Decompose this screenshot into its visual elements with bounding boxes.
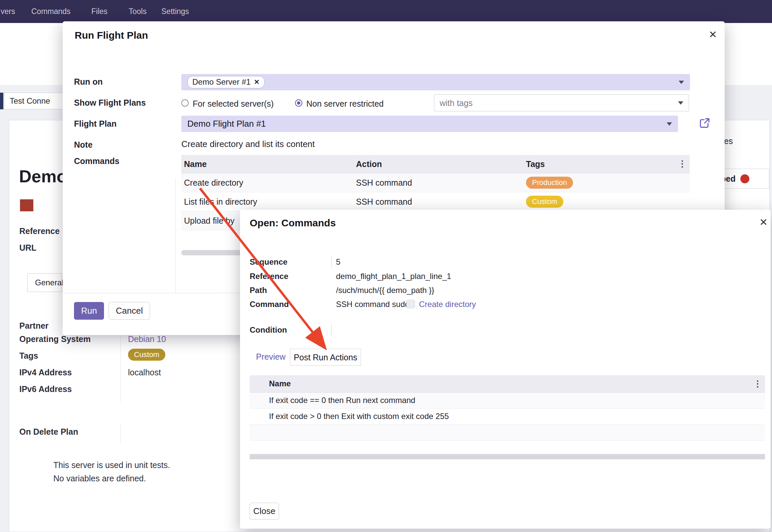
- plan-line-action: SSH command: [353, 178, 523, 188]
- table-row[interactable]: Create directory SSH command Production: [181, 173, 690, 192]
- server-chip-label: Demo Server #1: [192, 77, 251, 87]
- input-border-line: [331, 256, 332, 268]
- run-on-label: Run on: [74, 77, 103, 87]
- external-link-icon[interactable]: [699, 117, 710, 129]
- with-tags-select[interactable]: with tags: [434, 94, 689, 111]
- ipv6-label: IPv6 Address: [19, 384, 72, 394]
- condition-label: Condition: [250, 325, 287, 335]
- note-label: Note: [74, 140, 93, 150]
- command-checkbox[interactable]: [406, 300, 415, 308]
- reference-value[interactable]: demo_flight_plan_1_plan_line_1: [336, 272, 451, 281]
- input-border-line: [331, 324, 332, 336]
- partial-text-es: es: [724, 136, 733, 146]
- flight-plan-label: Flight Plan: [74, 119, 117, 129]
- close-button[interactable]: Close: [250, 503, 279, 520]
- on-delete-plan-label: On Delete Plan: [19, 427, 78, 437]
- field-separator-line-2: [120, 424, 121, 443]
- path-value[interactable]: /such/much/{{ demo_path }}: [336, 286, 434, 295]
- menu-item-files[interactable]: Files: [91, 0, 108, 23]
- tag-badge: Custom: [526, 196, 563, 208]
- tags-badge: Custom: [128, 349, 165, 361]
- table-row[interactable]: If exit code == 0 then Run next command: [250, 393, 765, 409]
- ipv4-label: IPv4 Address: [19, 367, 72, 377]
- tag-badge: Production: [526, 177, 573, 189]
- commands-label: Commands: [74, 156, 119, 166]
- unit-test-note: This server is used in unit tests.: [53, 460, 170, 470]
- chevron-down-icon: [667, 122, 672, 126]
- chevron-down-icon: [678, 101, 683, 105]
- cancel-button[interactable]: Cancel: [109, 302, 150, 320]
- menu-item-commands[interactable]: Commands: [31, 0, 71, 23]
- table-row[interactable]: List files in directory SSH command Cust…: [181, 192, 690, 211]
- close-icon[interactable]: ✕: [709, 29, 717, 41]
- commands-modal-title: Open: Commands: [250, 217, 336, 229]
- open-commands-modal: Open: Commands ✕ Sequence 5 Reference de…: [240, 210, 771, 529]
- radio-non-server-restricted[interactable]: [295, 99, 302, 107]
- action-row-text: If exit code > 0 then Exit with custom e…: [269, 412, 750, 421]
- run-modal-title: Run Flight Plan: [75, 29, 148, 41]
- col-header-tags[interactable]: Tags: [523, 159, 675, 169]
- radio-non-server-restricted-label[interactable]: Non server restricted: [306, 99, 384, 109]
- tab-preview[interactable]: Preview: [256, 352, 286, 362]
- run-button[interactable]: Run: [74, 302, 104, 320]
- ipv4-value: localhost: [128, 367, 161, 377]
- run-on-field[interactable]: Demo Server #1 ✕: [181, 74, 690, 90]
- server-title: Demo: [19, 166, 67, 187]
- sequence-value[interactable]: 5: [336, 257, 340, 267]
- plan-description: Create directory and list its content: [181, 139, 315, 149]
- post-run-actions-table: Name ⋮ If exit code == 0 then Run next c…: [250, 375, 765, 441]
- tab-general[interactable]: General: [27, 273, 62, 292]
- status-stopped-dot-icon: [740, 174, 749, 183]
- button-accent-block: [0, 93, 3, 109]
- plan-line-name: List files in directory: [181, 197, 353, 207]
- col-header-name[interactable]: Name: [181, 159, 353, 169]
- operating-system-value[interactable]: Debian 10: [128, 334, 166, 344]
- action-row-text: If exit code == 0 then Run next command: [269, 396, 750, 405]
- reference-label: Reference: [250, 272, 288, 281]
- table-header-row: Name Action Tags ⋮: [181, 155, 690, 173]
- menu-item-tools[interactable]: Tools: [129, 0, 147, 23]
- command-label: Command: [250, 300, 289, 309]
- server-chip[interactable]: Demo Server #1 ✕: [187, 76, 265, 88]
- table-row[interactable]: If exit code > 0 then Exit with custom e…: [250, 409, 765, 425]
- close-icon[interactable]: ✕: [759, 216, 768, 228]
- flight-plan-value: Demo Flight Plan #1: [187, 119, 266, 129]
- show-flight-plans-label: Show Flight Plans: [74, 98, 146, 108]
- kebab-menu-icon[interactable]: ⋮: [675, 159, 690, 169]
- variables-note: No variables are defined.: [53, 473, 146, 483]
- color-swatch[interactable]: [20, 199, 33, 211]
- tags-label: Tags: [19, 351, 38, 361]
- table-row-empty[interactable]: [250, 425, 765, 441]
- with-tags-placeholder: with tags: [440, 98, 473, 108]
- menu-item-settings[interactable]: Settings: [161, 0, 189, 23]
- radio-selected-servers[interactable]: [181, 99, 189, 107]
- reference-label: Reference: [19, 226, 60, 236]
- sequence-label: Sequence: [250, 257, 287, 267]
- create-directory-link[interactable]: Create directory: [419, 300, 476, 309]
- plan-line-action: SSH command: [353, 197, 523, 207]
- table-header-row: Name ⋮: [250, 375, 765, 393]
- top-navbar: vers Commands Files Tools Settings: [0, 0, 772, 23]
- remove-chip-icon[interactable]: ✕: [254, 78, 260, 86]
- notebook-left-border: [175, 178, 176, 293]
- flight-plan-select[interactable]: Demo Flight Plan #1: [181, 116, 678, 132]
- url-label: URL: [19, 243, 36, 253]
- tab-post-run-actions[interactable]: Post Run Actions: [290, 349, 361, 366]
- path-label: Path: [250, 286, 267, 295]
- command-value: SSH command sudo: [336, 300, 409, 309]
- radio-selected-servers-label[interactable]: For selected server(s): [193, 99, 274, 109]
- chevron-down-icon[interactable]: [679, 81, 684, 84]
- horizontal-scrollbar[interactable]: [250, 454, 765, 459]
- col-header-action[interactable]: Action: [353, 159, 523, 169]
- menu-item-servers[interactable]: vers: [1, 0, 15, 23]
- partner-label: Partner: [19, 321, 49, 331]
- operating-system-label: Operating System: [19, 334, 91, 344]
- col-header-name[interactable]: Name: [269, 379, 750, 389]
- plan-line-name: Create directory: [181, 178, 353, 188]
- kebab-menu-icon[interactable]: ⋮: [750, 379, 765, 389]
